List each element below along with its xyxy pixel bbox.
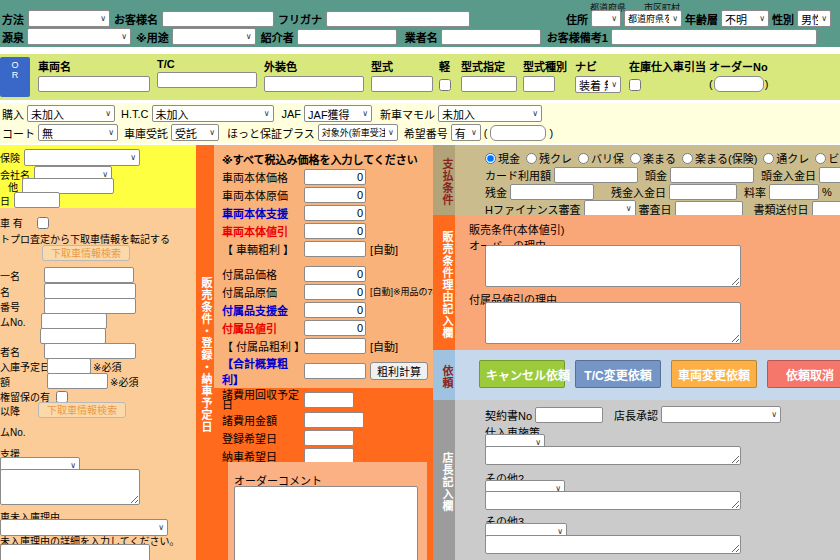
payment-method-business-lease[interactable]: ビジネスリース	[815, 150, 840, 166]
sales-method-select[interactable]	[28, 10, 110, 27]
manager-approval-select[interactable]	[661, 406, 781, 423]
vehicle-change-request-button[interactable]: 車両変更依頼	[671, 360, 757, 388]
vehicle-margin-auto: [自動]	[370, 241, 398, 257]
hotto-hosho-select[interactable]: 対象外(新車受注)	[318, 124, 398, 141]
payment-method-bariho[interactable]: バリ保	[578, 150, 624, 166]
tradein-search-button-2[interactable]: 下取車情報検索	[38, 402, 126, 418]
accessory-support-input[interactable]	[304, 302, 366, 318]
mamoru-select[interactable]: 未加入	[438, 105, 542, 122]
vehicle-cost-input[interactable]	[304, 187, 366, 203]
accessory-margin-input[interactable]	[304, 338, 366, 354]
payment-method-rakumaru-hoken[interactable]: 楽まる(保険)	[682, 150, 757, 166]
vehicle-margin-input[interactable]	[304, 241, 366, 257]
model-class-input[interactable]	[523, 76, 555, 92]
tradein-amount-input[interactable]	[47, 373, 108, 389]
insurance-day-input[interactable]	[14, 192, 60, 208]
desired-number-input[interactable]	[490, 125, 546, 141]
introducer-input[interactable]	[297, 29, 397, 45]
tc-change-request-button[interactable]: T/C変更依頼	[575, 360, 661, 388]
tradein-arrival-input[interactable]	[47, 358, 91, 374]
source-select[interactable]	[27, 28, 131, 45]
tradein-regno-input[interactable]	[44, 298, 136, 314]
coat-select[interactable]: 無	[38, 124, 118, 141]
vehicle-discount-input[interactable]	[304, 223, 366, 239]
docs-sent-date-input[interactable]	[812, 201, 840, 216]
htc-select[interactable]: 未加入	[152, 105, 274, 122]
margin-calc-button[interactable]: 粗利計算	[370, 362, 428, 380]
tradein-noarrival-textarea[interactable]	[0, 544, 150, 560]
vehicle-support-input[interactable]	[304, 205, 366, 221]
registration-date-input[interactable]	[304, 430, 354, 446]
tradein-extra-input[interactable]	[40, 328, 106, 344]
furigana-input[interactable]	[326, 11, 470, 27]
tradein-name-input[interactable]	[44, 283, 136, 299]
downpayment-input[interactable]	[670, 167, 754, 183]
model-spec-input[interactable]	[461, 76, 517, 92]
other2-textarea[interactable]	[485, 491, 741, 510]
stock-allocation-checkbox[interactable]	[629, 79, 641, 91]
jaf-select[interactable]: JAF獲得	[304, 105, 372, 122]
gender-select[interactable]: 男性	[797, 10, 831, 27]
purchase-select[interactable]: 未加入	[27, 105, 115, 122]
payment-method-zankure[interactable]: 残クレ	[526, 150, 572, 166]
vehicle-name-label: 車両名	[38, 58, 151, 74]
tc-input[interactable]	[157, 72, 257, 88]
registration-date-label: 登録希望日	[222, 430, 300, 446]
vehicle-name-input[interactable]	[38, 76, 150, 92]
card-amount-input[interactable]	[554, 167, 638, 183]
finance-review-select[interactable]	[584, 200, 636, 215]
balance-input[interactable]	[510, 184, 594, 200]
contract-no-input[interactable]	[535, 407, 603, 423]
other3-textarea[interactable]	[485, 535, 741, 554]
exterior-color-input[interactable]	[264, 76, 364, 92]
garage-select[interactable]: 受託	[171, 124, 219, 141]
navi-select[interactable]: 装着 無	[575, 76, 621, 93]
cancel-request-button[interactable]: キャンセル依頼	[479, 360, 565, 388]
customer-memo-input[interactable]	[611, 29, 817, 45]
customer-name-input[interactable]	[162, 11, 274, 27]
tradein-has-car-checkbox[interactable]	[37, 217, 49, 229]
accessory-discount-reason-textarea[interactable]	[485, 302, 741, 344]
tradein-support-textarea[interactable]	[0, 469, 140, 505]
discount-over-reason-textarea[interactable]	[485, 245, 741, 287]
total-margin-input[interactable]	[304, 363, 366, 379]
order-comment-textarea[interactable]	[234, 486, 418, 560]
tradein-owner-input[interactable]	[44, 343, 136, 359]
trader-name-input[interactable]	[441, 29, 541, 45]
accessory-cost-input[interactable]	[304, 284, 366, 300]
usage-select[interactable]	[172, 28, 256, 45]
payment-method-cash[interactable]: 現金	[485, 150, 520, 166]
vehicle-price-input[interactable]	[304, 169, 366, 185]
review-date-label: 審査日	[639, 201, 672, 216]
request-cancel-button[interactable]: 依頼取消	[767, 360, 840, 388]
option-rows: 購入 未加入 H.T.C 未加入 JAF JAF獲得 新車マモル 未加入 コート…	[0, 103, 840, 143]
kei-checkbox[interactable]	[439, 79, 451, 91]
tradein-frame-input[interactable]	[41, 313, 107, 329]
purchase-label: 購入	[2, 106, 24, 122]
corner-badge[interactable]: O R	[0, 57, 30, 97]
age-group-select[interactable]: 不明	[721, 10, 769, 27]
expense-collect-date-label: 諸費用回収予定日	[222, 390, 300, 410]
tradein-search-button[interactable]: 下取車情報検索	[42, 245, 130, 261]
prefecture-select[interactable]	[591, 10, 621, 27]
payment-method-tsukure[interactable]: 通クレ	[763, 150, 809, 166]
city-select[interactable]: 都道府県を選択	[624, 10, 682, 27]
insurance-select[interactable]	[24, 149, 140, 166]
tradein-maker-input[interactable]	[44, 267, 134, 283]
payment-method-rakumaru[interactable]: 楽まる	[630, 150, 676, 166]
balance-date-input[interactable]	[669, 184, 737, 200]
purchase-policy-textarea[interactable]	[485, 446, 741, 465]
accessory-price-input[interactable]	[304, 266, 366, 282]
downpayment-date-input[interactable]	[819, 167, 840, 183]
garage-label: 車庫受託	[124, 125, 168, 141]
rate-input[interactable]	[769, 184, 819, 200]
tradein-frame-label: ムNo.	[0, 314, 37, 329]
expense-collect-date-input[interactable]	[304, 392, 354, 408]
order-no-input[interactable]	[714, 76, 764, 92]
model-input[interactable]	[371, 76, 433, 92]
expense-amount-input[interactable]	[304, 412, 364, 428]
tradein-lien-checkbox[interactable]	[56, 391, 68, 403]
accessory-discount-input[interactable]	[304, 320, 366, 336]
review-date-input[interactable]	[675, 201, 743, 216]
desired-number-select[interactable]: 有	[451, 124, 481, 141]
